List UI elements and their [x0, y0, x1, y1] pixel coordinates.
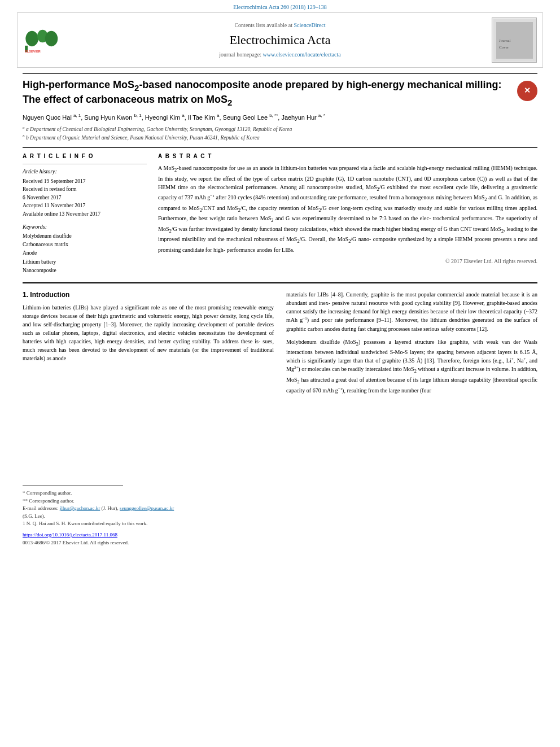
article-info-heading: A R T I C L E I N F O: [23, 152, 147, 160]
abstract-col: A B S T R A C T A MoS2-based nanocomposi…: [158, 152, 537, 276]
doi-link[interactable]: https://doi.org/10.1016/j.electacta.2017…: [23, 532, 117, 538]
article-top-divider: [23, 73, 537, 74]
article-info-abstract-cols: A R T I C L E I N F O Article history: R…: [23, 152, 537, 276]
footnote-divider: [23, 486, 123, 486]
elsevier-logo: ELSEVIER: [23, 25, 68, 56]
history-label: Article history:: [23, 168, 147, 176]
authors-line: Nguyen Quoc Hai a, 1, Sung Hyun Kwon b, …: [23, 112, 537, 122]
affiliations: a a Department of Chemical and Biologica…: [23, 125, 537, 142]
svg-point-1: [25, 30, 38, 46]
intro-heading: 1. Introduction: [23, 290, 274, 300]
issn-line: 0013-4686/© 2017 Elsevier Ltd. All right…: [23, 539, 274, 547]
intro-right-para1: materials for LIBs [4–8]. Currently, gra…: [286, 290, 537, 333]
corresponding-author-note-2: ** Corresponding author.: [23, 497, 274, 505]
svg-point-3: [45, 30, 58, 46]
abstract-text: A MoS2-based nanocomposite for use as an…: [158, 164, 537, 254]
keyword-3: Anode: [23, 250, 147, 257]
homepage-url[interactable]: www.elsevier.com/locate/electacta: [263, 51, 341, 58]
body-divider: [23, 282, 537, 283]
doi-line[interactable]: https://doi.org/10.1016/j.electacta.2017…: [23, 531, 274, 539]
keyword-2: Carbonaceous matrix: [23, 241, 147, 248]
body-left-col: 1. Introduction Lithium-ion batteries (L…: [23, 290, 274, 546]
sciencedirect-link[interactable]: ScienceDirect: [294, 22, 325, 28]
journal-thumbnail: Journal Cover: [492, 18, 537, 63]
footnotes: * Corresponding author. ** Corresponding…: [23, 490, 274, 528]
journal-ref: Electrochimica Acta 260 (2018) 129–138: [233, 4, 327, 10]
abstract-heading: A B S T R A C T: [158, 152, 537, 160]
main-content: High-performance MoS2-based nanocomposit…: [0, 73, 560, 547]
email-link-1[interactable]: jlhur@gachon.ac.kr: [60, 505, 100, 511]
keyword-5: Nanocomposite: [23, 267, 147, 274]
page: Electrochimica Acta 260 (2018) 129–138 E…: [0, 0, 560, 547]
keywords-section: Keywords: Molybdenum disulfide Carbonace…: [23, 223, 147, 274]
email-addresses: E-mail addresses: jlhur@gachon.ac.kr (J.…: [23, 505, 274, 520]
journal-title: Electrochimica Acta: [68, 32, 492, 49]
body-right-col: materials for LIBs [4–8]. Currently, gra…: [286, 290, 537, 546]
svg-text:Cover: Cover: [499, 45, 509, 50]
keyword-1: Molybdenum disulfide: [23, 233, 147, 240]
journal-thumb-svg: Journal Cover: [493, 19, 536, 62]
email-link-2[interactable]: seunggeollee@pusan.ac.kr: [120, 505, 174, 511]
copyright-line: © 2017 Elsevier Ltd. All rights reserved…: [158, 257, 537, 265]
article-title-block: High-performance MoS2-based nanocomposit…: [23, 78, 537, 112]
journal-top-bar: Electrochimica Acta 260 (2018) 129–138: [0, 0, 560, 12]
article-title: High-performance MoS2-based nanocomposit…: [23, 78, 511, 108]
article-info-col: A R T I C L E I N F O Article history: R…: [23, 152, 147, 276]
intro-left-para: Lithium-ion batteries (LIBs) have played…: [23, 303, 274, 362]
keyword-4: Lithium battery: [23, 259, 147, 266]
received-revised-label: Received in revised form: [23, 186, 147, 193]
revised-date: 6 November 2017: [23, 194, 147, 201]
received-date: Received 19 September 2017: [23, 178, 147, 185]
journal-header-center: Contents lists available at ScienceDirec…: [68, 21, 492, 59]
corresponding-author-note: * Corresponding author.: [23, 490, 274, 497]
accepted-date: Accepted 11 November 2017: [23, 202, 147, 209]
section-divider-1: [23, 147, 537, 148]
available-online: Available online 13 November 2017: [23, 211, 147, 217]
keywords-label: Keywords:: [23, 223, 147, 231]
left-col-divider: [23, 164, 147, 164]
journal-header-box: ELSEVIER Contents lists available at Sci…: [17, 12, 543, 68]
footnote-area: * Corresponding author. ** Corresponding…: [23, 367, 274, 547]
svg-text:Journal: Journal: [499, 38, 511, 43]
contents-line: Contents lists available at ScienceDirec…: [68, 21, 492, 29]
journal-homepage: journal homepage: www.elsevier.com/locat…: [68, 51, 492, 59]
intro-right-para2: Molybdenum disulfide (MoS2) possesses a …: [286, 338, 537, 395]
body-two-col: 1. Introduction Lithium-ion batteries (L…: [23, 290, 537, 546]
footnote-equal-contrib: 1 N. Q. Hai and S. H. Kwon contributed e…: [23, 520, 274, 528]
svg-text:ELSEVIER: ELSEVIER: [25, 50, 41, 53]
crossmark-badge: ✕: [517, 81, 537, 101]
elsevier-logo-svg: ELSEVIER: [23, 25, 65, 56]
